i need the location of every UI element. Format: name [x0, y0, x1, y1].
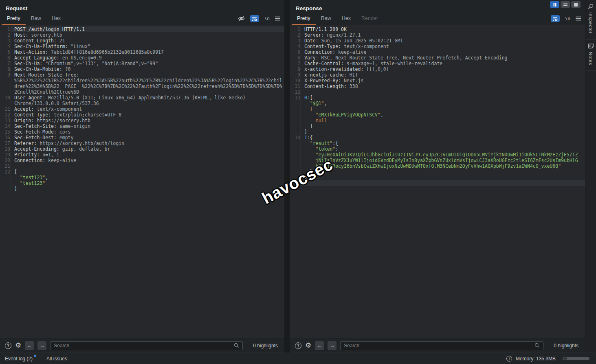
code-text: Server: nginx/1.27.1 — [301, 32, 361, 38]
code-line: 141:{ — [290, 135, 585, 140]
memory-gauge-knob — [563, 357, 567, 360]
event-log-button[interactable]: Event log (2) — [5, 356, 36, 362]
next-match-button[interactable]: → — [37, 341, 46, 350]
tab-pretty[interactable]: Pretty — [292, 13, 316, 25]
code-line: "test123" — [0, 180, 284, 186]
help-icon[interactable]: ? — [5, 342, 11, 349]
help-icon[interactable]: ? — [295, 342, 301, 349]
line-number: 4 — [290, 44, 301, 49]
word-wrap-icon[interactable] — [250, 15, 259, 22]
pause-button[interactable] — [550, 1, 559, 8]
newline-icon[interactable]: \n — [565, 16, 570, 21]
stop-button[interactable] — [571, 1, 581, 8]
code-text: Cache-Control: s-maxage=1, stale-while-r… — [301, 61, 442, 66]
line-number — [290, 118, 301, 123]
request-editor[interactable]: 1POST /auth/login HTTP/1.12Host: sorcery… — [0, 25, 284, 338]
line-number: 11 — [290, 83, 301, 89]
code-text — [301, 89, 304, 95]
code-line: 4Sec-Ch-Ua-Platform: "Linux" — [0, 44, 284, 49]
queue-button[interactable] — [561, 1, 570, 8]
memory-gauge — [563, 357, 589, 360]
code-text: Connection: keep-alive — [11, 158, 76, 163]
code-text: } — [301, 175, 307, 180]
code-text: "$@1", — [301, 101, 327, 106]
request-title: Request — [6, 5, 27, 11]
line-number — [0, 83, 11, 89]
response-search-input[interactable] — [344, 343, 534, 349]
line-number: 16 — [0, 135, 11, 140]
code-line: "token": — [290, 146, 585, 152]
code-text: [ — [11, 169, 17, 175]
code-text: Next-Router-State-Tree: — [11, 72, 79, 78]
hidden-chars-icon[interactable] — [238, 15, 245, 22]
code-line: 4Content-Type: text/x-component — [290, 44, 585, 49]
code-line: 12Content-Type: text/plain;charset=UTF-8 — [0, 112, 284, 118]
code-text: X-Powered-By: Next.js — [301, 78, 363, 83]
sidebar-tab-notes[interactable]: Notes — [585, 39, 596, 71]
code-line: 9x-nextjs-cache: HIT — [290, 72, 585, 78]
tab-hex[interactable]: Hex — [46, 13, 66, 25]
search-icon — [534, 343, 540, 348]
line-number: 21 — [0, 163, 11, 169]
code-line: 7Cache-Control: s-maxage=1, stale-while-… — [290, 61, 585, 66]
request-tabs: PrettyRawHex — [2, 13, 66, 25]
code-line: 17Referer: https://sorcery.htb/auth/logi… — [0, 140, 284, 146]
prev-match-button[interactable]: ← — [315, 341, 324, 350]
line-number: 5 — [0, 49, 11, 55]
pane-divider[interactable] — [284, 0, 290, 353]
tab-pretty[interactable]: Pretty — [2, 13, 26, 25]
response-editor[interactable]: 1HTTP/1.1 200 OK2Server: nginx/1.27.13Da… — [290, 25, 585, 338]
code-text: 1:{ — [301, 135, 313, 140]
line-number: 6 — [0, 55, 11, 61]
code-text: Date: Sun, 15 Jun 2025 05:02:21 GMT — [301, 38, 403, 44]
tab-raw[interactable]: Raw — [26, 13, 46, 25]
code-line: Chrome/133.0.0.0 Safari/537.36 — [0, 101, 284, 106]
line-number: 4 — [0, 44, 11, 49]
tab-raw[interactable]: Raw — [316, 13, 336, 25]
code-line: 22[ — [0, 169, 284, 175]
response-head-icons: \n — [551, 15, 581, 22]
line-number: 9 — [290, 72, 301, 78]
line-number — [0, 101, 11, 106]
word-wrap-icon[interactable] — [551, 15, 560, 22]
line-number: 17 — [0, 140, 11, 146]
code-line: 2Server: nginx/1.27.1 — [290, 32, 585, 38]
line-number: 2 — [290, 32, 301, 38]
sidebar-tab-label: Notes — [588, 52, 593, 65]
code-line: dren%22%3A%5B%22__PAGE__%22%2C%7B%7D%2C%… — [0, 83, 284, 89]
response-title: Response — [296, 5, 322, 11]
code-line: 11Accept: text/x-component — [0, 106, 284, 112]
request-search-input[interactable] — [54, 343, 234, 349]
code-line: 5Next-Action: 7abc1d84ff816e8d6965b2132e… — [0, 49, 284, 55]
newline-icon[interactable]: \n — [264, 16, 270, 21]
code-text: x-action-revalidated: [[],0,0] — [301, 66, 389, 72]
line-number: 14 — [0, 123, 11, 129]
code-text: POST /auth/login HTTP/1.1 — [11, 26, 284, 32]
memory-label: Memory: 135.3MB — [516, 356, 556, 362]
code-text: ] — [301, 123, 313, 129]
menu-icon[interactable] — [275, 16, 280, 21]
menu-icon[interactable] — [576, 16, 581, 21]
sidebar-tab-inspector[interactable]: Inspector — [585, 0, 596, 39]
code-line: } — [290, 169, 585, 175]
request-head-icons: \n — [238, 15, 280, 22]
line-number — [290, 146, 301, 152]
prev-match-button[interactable]: ← — [25, 341, 34, 350]
right-sidebar: Inspector Notes — [585, 0, 596, 353]
code-text: jNiIsInVzZXJuYW1lIjoidGVzdDEyMyIsInByaXZ… — [301, 158, 578, 163]
code-line: 19Priority: u=1, i — [0, 152, 284, 158]
tab-hex[interactable]: Hex — [336, 13, 356, 25]
line-number — [0, 175, 11, 180]
code-text: Content-Length: 338 — [301, 83, 358, 89]
gear-icon[interactable]: ⚙ — [305, 342, 311, 349]
gear-icon[interactable]: ⚙ — [15, 342, 21, 349]
code-line: ] — [290, 123, 585, 129]
tab-render[interactable]: Render — [356, 13, 383, 25]
line-number: 7 — [290, 61, 301, 66]
next-match-button[interactable]: → — [328, 341, 336, 350]
line-number: 22 — [0, 169, 11, 175]
code-text: Connection: keep-alive — [301, 49, 366, 55]
code-text: b3JQYXRocyI6bnVsbCwiZXhwIjoxNzUwMDUwMTQx… — [301, 163, 561, 169]
code-text: User-Agent: Mozilla/5.0 (X11; Linux x86_… — [11, 95, 246, 101]
all-issues-button[interactable]: All issues — [46, 356, 67, 362]
